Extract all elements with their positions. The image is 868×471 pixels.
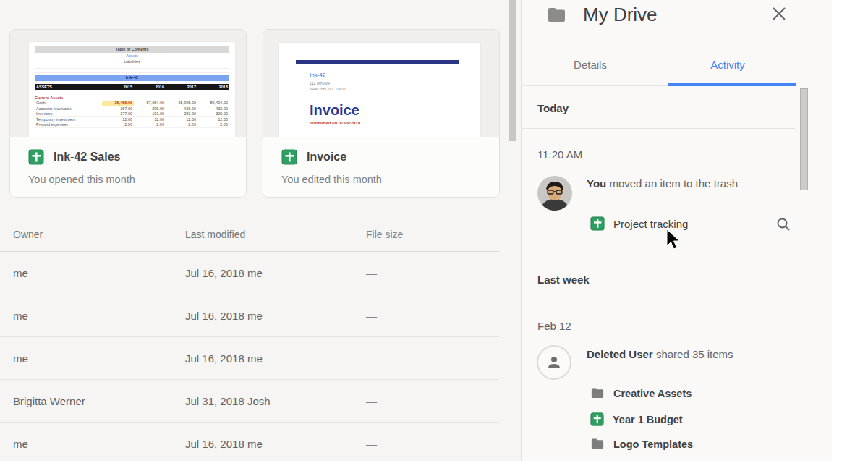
thumb-sheet-band: Ink-42 <box>35 75 229 81</box>
folder-icon <box>590 438 605 450</box>
tab-details[interactable]: Details <box>522 59 659 71</box>
divider <box>522 128 795 129</box>
event-time: 11:20 AM <box>537 148 582 161</box>
thumb-data-row: Accounts receivable 367.00 296.00 426.00… <box>35 106 229 112</box>
table-row[interactable]: me Jul 16, 2018 me — <box>0 337 499 380</box>
divider <box>522 242 795 242</box>
invoice-thumbnail: Ink-42 111 8th Ave New York, NY 10011 In… <box>263 30 499 137</box>
drive-window: Table of Contents Assets Liabilities Ink… <box>0 0 832 461</box>
person-icon <box>545 353 563 372</box>
folder-icon <box>547 7 566 24</box>
event-description: You moved an item to the trash <box>587 177 738 190</box>
invoice-rule <box>296 60 459 64</box>
folder-icon <box>590 387 605 399</box>
event-actor: You <box>587 177 606 190</box>
card-footer: Invoice You edited this month <box>263 137 499 198</box>
invoice-address: 111 8th Ave New York, NY 10011 <box>310 80 346 92</box>
item-link[interactable]: Project tracking <box>613 218 688 230</box>
panel-tabs: Details Activity <box>522 54 796 86</box>
file-list-header: Owner Last modified File size <box>0 218 499 252</box>
group-label-today: Today <box>537 102 569 114</box>
invoice-company: Ink-42 <box>310 72 326 78</box>
sheets-icon <box>590 216 605 231</box>
card-subtitle: You edited this month <box>281 174 488 185</box>
search-icon[interactable] <box>776 217 791 232</box>
thumb-data-row: Temporary investment 12.00 12.00 12.00 1… <box>35 117 229 123</box>
table-row[interactable]: me Jul 16, 2018 me — <box>0 252 499 294</box>
thumb-header-row: ASSETS 2015 2016 2017 2018 <box>35 84 229 90</box>
col-last-modified[interactable]: Last modified <box>185 229 366 240</box>
tab-activity[interactable]: Activity <box>659 59 796 71</box>
thumb-data-row: Prepaid expenses 2.00 2.00 2.00 2.00 <box>35 122 229 128</box>
file-list: Owner Last modified File size me Jul 16,… <box>0 218 499 461</box>
sheets-icon <box>28 149 44 165</box>
group-label-last-week: Last week <box>537 273 590 286</box>
table-row[interactable]: Brigitta Werner Jul 31, 2018 Josh — <box>0 380 499 423</box>
panel-title: My Drive <box>583 4 658 26</box>
panel-header: My Drive <box>522 0 832 32</box>
sheet-thumbnail-page: Table of Contents Assets Liabilities Ink… <box>29 42 235 137</box>
event-item-creative-assets[interactable]: Creative Assets <box>590 387 692 399</box>
main-scrollbar-thumb[interactable] <box>509 0 516 141</box>
close-icon[interactable] <box>770 4 788 23</box>
sheets-icon <box>590 412 604 426</box>
event-item-year-1-budget[interactable]: Year 1 Budget <box>590 412 683 426</box>
invoice-submitted: Submitted on 01/09/2019 <box>310 121 360 125</box>
mouse-cursor <box>665 229 684 250</box>
thumb-data-row: Inventory 177.00 191.00 283.00 305.00 <box>35 111 229 117</box>
event-action: shared 35 items <box>653 348 733 360</box>
table-row[interactable]: me Jul 16, 2018 me — <box>0 294 499 337</box>
event-item-logo-templates[interactable]: Logo Templates <box>590 438 693 450</box>
card-footer: Ink-42 Sales You opened this month <box>10 137 246 198</box>
file-card-ink42-sales[interactable]: Table of Contents Assets Liabilities Ink… <box>9 29 247 198</box>
thumb-section-label: Current Assets <box>35 94 229 101</box>
sheets-icon <box>281 149 297 165</box>
invoice-thumbnail-page: Ink-42 111 8th Ave New York, NY 10011 In… <box>279 43 480 137</box>
active-tab-underline <box>668 83 796 86</box>
panel-scrollbar-thumb[interactable] <box>800 88 808 190</box>
thumb-toc-title: Table of Contents <box>35 46 229 53</box>
event-description: Deleted User shared 35 items <box>587 348 733 360</box>
thumb-liabilities-link: Liabilities <box>35 59 229 64</box>
invoice-title: Invoice <box>310 102 359 119</box>
sheet-thumbnail: Table of Contents Assets Liabilities Ink… <box>10 30 246 137</box>
file-card-invoice[interactable]: Ink-42 111 8th Ave New York, NY 10011 In… <box>263 29 500 198</box>
deleted-user-avatar <box>537 345 571 380</box>
thumb-assets-link: Assets <box>35 53 229 59</box>
col-owner[interactable]: Owner <box>0 229 185 240</box>
event-date: Feb 12 <box>537 320 571 332</box>
card-subtitle: You opened this month <box>28 174 234 185</box>
thumb-data-row: Cash 35,456.00 57,654.00 65,908.00 89,49… <box>35 101 229 106</box>
event-action: moved an item to the trash <box>606 177 738 190</box>
col-file-size[interactable]: File size <box>366 229 499 240</box>
card-title: Invoice <box>307 150 346 164</box>
event-actor: Deleted User <box>587 348 653 360</box>
table-row[interactable]: me Jul 16, 2018 me — <box>0 423 499 461</box>
user-avatar-photo <box>537 176 572 211</box>
card-title: Ink-42 Sales <box>54 150 121 164</box>
divider <box>522 302 795 302</box>
